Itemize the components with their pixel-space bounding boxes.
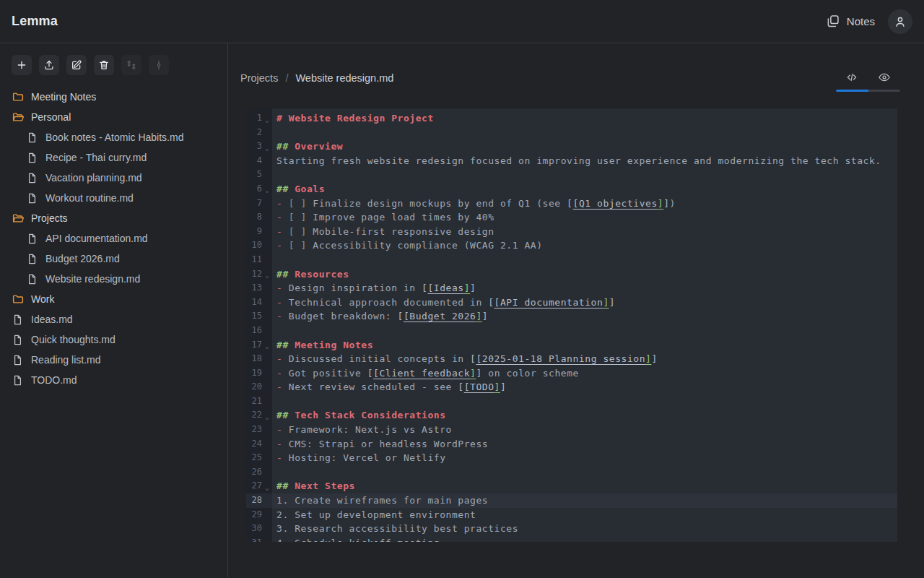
line-number[interactable]: 31	[246, 536, 272, 542]
fold-chevron-icon[interactable]: ⌄	[262, 478, 272, 496]
tree-file-quick-thoughts-md[interactable]: Quick thoughts.md	[0, 329, 227, 350]
fold-chevron-icon[interactable]: ⌄	[262, 265, 272, 283]
upload-button[interactable]	[39, 55, 59, 75]
tree-file-reading-list-md[interactable]: Reading list.md	[0, 350, 227, 370]
line-number[interactable]: 9	[246, 225, 272, 239]
user-avatar-button[interactable]	[888, 9, 912, 34]
line-number[interactable]: 3⌄	[246, 139, 272, 154]
editor-line-24[interactable]: 24- CMS: Strapi or headless WordPress	[246, 437, 897, 452]
editor-line-3[interactable]: 3⌄## Overview	[246, 139, 897, 154]
tree-file-budget-2026-md[interactable]: Budget 2026.md	[0, 249, 227, 269]
editor-line-10[interactable]: 10- [ ] Accessibility compliance (WCAG 2…	[246, 238, 897, 253]
line-number[interactable]: 22⌄	[246, 408, 272, 423]
line-number[interactable]: 27⌄	[246, 479, 272, 493]
tree-file-recipe-thai-curry-md[interactable]: Recipe - Thai curry.md	[0, 147, 227, 168]
line-number[interactable]: 24	[246, 437, 272, 452]
editor-line-content: - Budget breakdown: [[Budget 2026]]	[272, 309, 897, 324]
editor-line-19[interactable]: 19- Got positive [[Client feedback]] on …	[246, 366, 897, 381]
editor-line-27[interactable]: 27⌄## Next Steps	[246, 479, 897, 493]
editor-line-9[interactable]: 9- [ ] Mobile-first responsive design	[246, 225, 897, 239]
tree-file-todo-md[interactable]: TODO.md	[0, 370, 227, 390]
line-number[interactable]: 12⌄	[246, 267, 272, 282]
line-number[interactable]: 10	[246, 238, 272, 253]
editor-line-20[interactable]: 20- Next review scheduled - see [[TODO]]	[246, 380, 897, 394]
line-number[interactable]: 6⌄	[246, 182, 272, 197]
editor-line-content: - [ ] Improve page load times by 40%	[272, 210, 897, 225]
line-number[interactable]: 18	[246, 352, 272, 366]
editor-line-12[interactable]: 12⌄## Resources	[246, 267, 897, 282]
fold-chevron-icon[interactable]: ⌄	[262, 110, 272, 128]
editor-line-7[interactable]: 7- [ ] Finalize design mockups by end of…	[246, 197, 897, 211]
editor-line-14[interactable]: 14- Technical approach documented in [[A…	[246, 296, 897, 310]
editor-line-1[interactable]: 1⌄# Website Redesign Project	[246, 111, 897, 126]
breadcrumb-folder[interactable]: Projects	[240, 72, 278, 84]
editor-line-content: ## Goals	[272, 182, 897, 197]
fold-chevron-icon[interactable]: ⌄	[262, 138, 272, 156]
editor-line-content: ## Meeting Notes	[272, 338, 897, 353]
editor-line-21[interactable]: 21	[246, 394, 897, 409]
line-number[interactable]: 28	[246, 493, 272, 508]
editor-line-30[interactable]: 303. Research accessibility best practic…	[246, 522, 897, 536]
line-number[interactable]: 7	[246, 197, 272, 211]
fold-spacer	[262, 258, 272, 262]
tab-preview[interactable]	[868, 68, 901, 87]
line-number[interactable]: 19	[246, 366, 272, 381]
delete-button[interactable]	[94, 55, 114, 75]
tree-folder-work[interactable]: Work	[0, 289, 227, 309]
editor-line-5[interactable]: 5	[246, 168, 897, 182]
editor-line-16[interactable]: 16	[246, 324, 897, 338]
line-number[interactable]: 20	[246, 380, 272, 394]
editor-line-22[interactable]: 22⌄## Tech Stack Considerations	[246, 408, 897, 423]
line-number[interactable]: 13	[246, 281, 272, 296]
line-number[interactable]: 4	[246, 154, 272, 168]
editor-line-18[interactable]: 18- Discussed initial concepts in [[2025…	[246, 352, 897, 366]
folder-open-icon	[12, 111, 25, 124]
notes-button[interactable]: Notes	[825, 14, 875, 29]
editor-line-content: ## Overview	[272, 139, 897, 154]
tree-file-book-notes-atomic-habits-md[interactable]: Book notes - Atomic Habits.md	[0, 127, 227, 147]
editor-line-23[interactable]: 23- Framework: Next.js vs Astro	[246, 423, 897, 437]
tree-file-vacation-planning-md[interactable]: Vacation planning.md	[0, 168, 227, 188]
git-commit-icon	[153, 59, 165, 71]
line-number[interactable]: 30	[246, 522, 272, 536]
new-note-button[interactable]	[12, 55, 32, 75]
editor-line-6[interactable]: 6⌄## Goals	[246, 182, 897, 197]
editor-line-8[interactable]: 8- [ ] Improve page load times by 40%	[246, 210, 897, 225]
editor-line-15[interactable]: 15- Budget breakdown: [[Budget 2026]]	[246, 309, 897, 324]
line-number[interactable]: 25	[246, 451, 272, 465]
editor-line-4[interactable]: 4Starting fresh website redesign focused…	[246, 154, 897, 168]
tab-source-view[interactable]	[836, 68, 868, 87]
line-number[interactable]: 14	[246, 296, 272, 310]
tree-file-ideas-md[interactable]: Ideas.md	[0, 309, 227, 329]
tree-file-api-documentation-md[interactable]: API documentation.md	[0, 228, 227, 249]
tree-folder-meeting-notes[interactable]: Meeting Notes	[0, 87, 227, 107]
editor-line-17[interactable]: 17⌄## Meeting Notes	[246, 338, 897, 353]
tree-folder-personal[interactable]: Personal	[0, 107, 227, 127]
line-number[interactable]: 29	[246, 508, 272, 522]
fold-chevron-icon[interactable]: ⌄	[262, 336, 272, 354]
line-number[interactable]: 17⌄	[246, 338, 272, 353]
tree-folder-projects[interactable]: Projects	[0, 208, 227, 228]
editor-line-11[interactable]: 11	[246, 253, 897, 267]
edit-button[interactable]	[66, 55, 87, 75]
line-number[interactable]: 1⌄	[246, 111, 272, 126]
line-number[interactable]: 15	[246, 309, 272, 324]
editor-line-26[interactable]: 26	[246, 465, 897, 480]
tree-file-workout-routine-md[interactable]: Workout routine.md	[0, 188, 227, 208]
line-number[interactable]: 8	[246, 210, 272, 225]
user-avatar-icon	[893, 14, 907, 29]
fold-spacer	[262, 428, 272, 431]
editor-line-13[interactable]: 13- Design inspiration in [[Ideas]]	[246, 281, 897, 296]
editor-line-2[interactable]: 2	[246, 126, 897, 140]
editor-line-content	[272, 324, 897, 338]
fold-chevron-icon[interactable]: ⌄	[262, 180, 272, 198]
editor-line-25[interactable]: 25- Hosting: Vercel or Netlify	[246, 451, 897, 465]
line-number[interactable]: 23	[246, 423, 272, 437]
markdown-editor[interactable]: 1⌄# Website Redesign Project23⌄## Overvi…	[246, 108, 897, 542]
editor-line-28[interactable]: 281. Create wireframes for main pages	[246, 493, 897, 508]
editor-line-31[interactable]: 314. Schedule kickoff meeting	[246, 536, 897, 542]
fold-chevron-icon[interactable]: ⌄	[262, 407, 272, 425]
editor-line-29[interactable]: 292. Set up development environment	[246, 508, 897, 522]
tree-file-website-redesign-md[interactable]: Website redesign.md	[0, 269, 227, 289]
editor-line-content	[272, 253, 897, 267]
